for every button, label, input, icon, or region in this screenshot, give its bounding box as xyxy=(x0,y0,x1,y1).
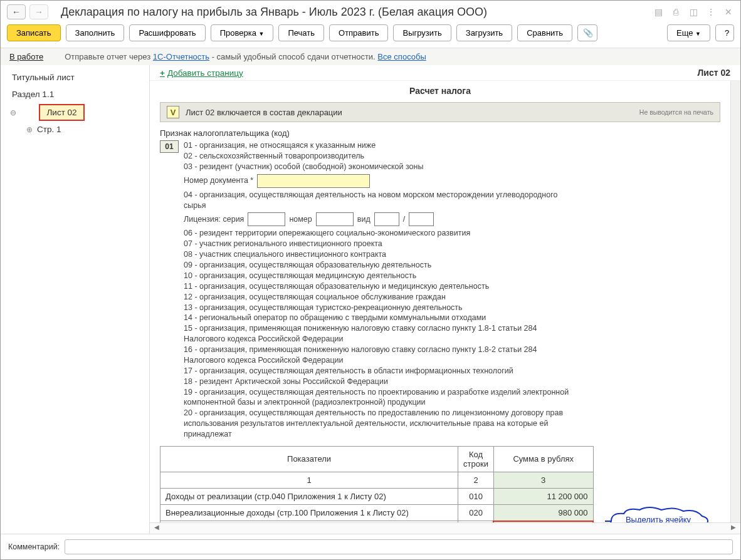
infobar: В работе Отправьте отчет через 1С-Отчетн… xyxy=(1,48,740,65)
code-20: 20 - организация, осуществляющая деятель… xyxy=(184,408,572,440)
code-17: 17 - организация, осуществляющая деятель… xyxy=(184,366,572,376)
footer: Комментарий: xyxy=(1,534,740,559)
taxpayer-label: Признак налогоплательщика (код) xyxy=(160,128,720,138)
sidebar-item-sheet-02[interactable]: Лист 02 xyxy=(39,104,84,121)
license-series-input[interactable] xyxy=(248,212,285,226)
license-label: Лицензия: серия xyxy=(184,214,244,225)
code-10: 10 - организация, осуществляющая медицин… xyxy=(184,271,572,281)
license-type2-input[interactable] xyxy=(409,212,434,226)
save-file-icon[interactable]: ▤ xyxy=(653,7,664,17)
license-type-input[interactable] xyxy=(374,212,399,226)
th-indicators: Показатели xyxy=(160,446,458,472)
table-row: Внереализационные доходы (стр.100 Прилож… xyxy=(160,504,594,521)
expand-icon[interactable]: ⊕ xyxy=(26,125,33,134)
print-button[interactable]: Печать xyxy=(278,24,324,41)
code-06: 06 - резидент территории опережающего со… xyxy=(184,228,572,239)
main-top-bar: + Добавить страницу Лист 02 xyxy=(150,65,740,81)
more-button[interactable]: Еще ▼ xyxy=(667,24,710,41)
vertical-scrollbar[interactable] xyxy=(730,81,740,522)
table-wrapper: Показатели Код строки Сумма в рублях 1 2… xyxy=(160,446,720,522)
code-01: 01 - организация, не относящаяся к указа… xyxy=(184,140,572,151)
toolbar: Записать Заполнить Расшифровать Проверка… xyxy=(1,21,740,48)
link-all[interactable]: Все способы xyxy=(377,52,426,61)
code-16: 16 - организация, применяющая пониженную… xyxy=(184,345,572,366)
window-title: Декларация по налогу на прибыль за Январ… xyxy=(61,6,649,19)
code-04: 04 - организация, осуществляющая деятель… xyxy=(184,190,572,211)
sidebar-item-title-sheet[interactable]: Титульный лист xyxy=(1,69,149,86)
th-sum: Сумма в рублях xyxy=(493,446,593,472)
scroll-right-icon[interactable]: ▶ xyxy=(729,524,738,531)
code-19: 19 - организация, осуществляющая деятель… xyxy=(184,387,572,408)
sidebar: Титульный лист Раздел 1.1 ⊖ Лист 02 ⊕ Ст… xyxy=(1,65,150,534)
close-icon[interactable]: ✕ xyxy=(723,7,734,17)
scroll-left-icon[interactable]: ◀ xyxy=(152,524,161,531)
docnum-input[interactable] xyxy=(257,174,370,188)
body: Титульный лист Раздел 1.1 ⊖ Лист 02 ⊕ Ст… xyxy=(1,65,740,534)
titlebar: ← → Декларация по налогу на прибыль за Я… xyxy=(1,1,740,21)
code-14: 14 - региональный оператор по обращению … xyxy=(184,313,572,323)
license-type-label: вид xyxy=(357,214,370,225)
codes-block: 01 01 - организация, не относящаяся к ук… xyxy=(160,140,720,440)
license-number-input[interactable] xyxy=(316,212,354,226)
code-03: 03 - резидент (участник) особой (свободн… xyxy=(184,162,572,172)
sidebar-item-page-1[interactable]: Стр. 1 xyxy=(37,125,61,134)
docnum-label: Номер документа * xyxy=(184,175,253,186)
table-header: Показатели Код строки Сумма в рублях xyxy=(160,446,594,472)
export-button[interactable]: Выгрузить xyxy=(393,24,451,41)
title-icons: ▤ ⎙ ◫ ⋮ ✕ xyxy=(653,7,734,17)
table-row: Доходы от реализации (стр.040 Приложения… xyxy=(160,488,594,504)
include-checkbox[interactable]: V xyxy=(167,106,179,118)
code-15: 15 - организация, применяющая пониженную… xyxy=(184,323,572,345)
comment-label: Комментарий: xyxy=(8,542,60,551)
status-label[interactable]: В работе xyxy=(9,52,43,61)
code-09: 09 - организация, осуществляющая образов… xyxy=(184,260,572,271)
sum-cell-020[interactable]: 980 000 xyxy=(493,504,593,521)
fill-button[interactable]: Заполнить xyxy=(66,24,125,41)
import-button[interactable]: Загрузить xyxy=(456,24,512,41)
help-button[interactable]: ? xyxy=(715,24,734,41)
collapse-icon[interactable]: ⊖ xyxy=(9,108,17,117)
compare-button[interactable]: Сравнить xyxy=(517,24,572,41)
check-button[interactable]: Проверка ▼ xyxy=(211,24,274,41)
nav-forward-button[interactable]: → xyxy=(29,4,48,19)
plus-icon: + xyxy=(160,68,165,78)
code-11: 11 - организация, осуществляющая образов… xyxy=(184,281,572,292)
sheet-scroll[interactable]: Расчет налога V Лист 02 включается в сос… xyxy=(150,81,730,522)
link-1c[interactable]: 1С-Отчетность xyxy=(153,52,209,61)
th-linecode: Код строки xyxy=(458,446,494,472)
sheet-title: Расчет налога xyxy=(160,86,720,96)
nav-back-button[interactable]: ← xyxy=(7,4,26,19)
code-13: 13 - организация, осуществляющая туристс… xyxy=(184,303,572,313)
noprint-label: Не выводится на печать xyxy=(639,108,713,116)
codes-list: 01 - организация, не относящаяся к указа… xyxy=(184,140,572,440)
code-12: 12 - организация, осуществляющая социаль… xyxy=(184,292,572,303)
sidebar-item-section-11[interactable]: Раздел 1.1 xyxy=(1,86,149,103)
chevron-down-icon: ▼ xyxy=(695,31,701,37)
info-text: Отправьте отчет через 1С-Отчетность - са… xyxy=(65,52,426,61)
include-bar: V Лист 02 включается в состав декларации… xyxy=(160,102,720,122)
main-panel: + Добавить страницу Лист 02 Расчет налог… xyxy=(150,65,740,534)
calc-table: Показатели Код строки Сумма в рублях 1 2… xyxy=(160,446,594,522)
callout-text: Выделить ячейку xyxy=(605,515,712,522)
send-button[interactable]: Отправить xyxy=(329,24,388,41)
license-num-label: номер xyxy=(289,214,312,225)
preview-icon[interactable]: ◫ xyxy=(688,7,699,17)
code-02: 02 - сельскохозяйственный товаропроизвод… xyxy=(184,151,572,162)
comment-input[interactable] xyxy=(65,539,733,554)
print-icon[interactable]: ⎙ xyxy=(670,7,681,17)
menu-icon[interactable]: ⋮ xyxy=(705,7,717,17)
code-08: 08 - участник специального инвестиционно… xyxy=(184,249,572,260)
decode-button[interactable]: Расшифровать xyxy=(129,24,205,41)
sheet-label: Лист 02 xyxy=(697,68,730,78)
table-subheader: 1 2 3 xyxy=(160,472,594,488)
window: ← → Декларация по налогу на прибыль за Я… xyxy=(0,0,741,560)
horizontal-scrollbar[interactable]: ◀ ▶ xyxy=(150,522,740,534)
add-page-link[interactable]: + Добавить страницу xyxy=(160,68,243,78)
attach-button[interactable]: 📎 xyxy=(577,24,597,41)
save-button[interactable]: Записать xyxy=(7,24,61,41)
include-text: Лист 02 включается в состав декларации xyxy=(186,108,342,117)
code-07: 07 - участник регионального инвестиционн… xyxy=(184,239,572,249)
taxpayer-code-input[interactable]: 01 xyxy=(160,140,179,153)
sum-cell-010[interactable]: 11 200 000 xyxy=(493,488,593,504)
chevron-down-icon: ▼ xyxy=(259,31,265,37)
